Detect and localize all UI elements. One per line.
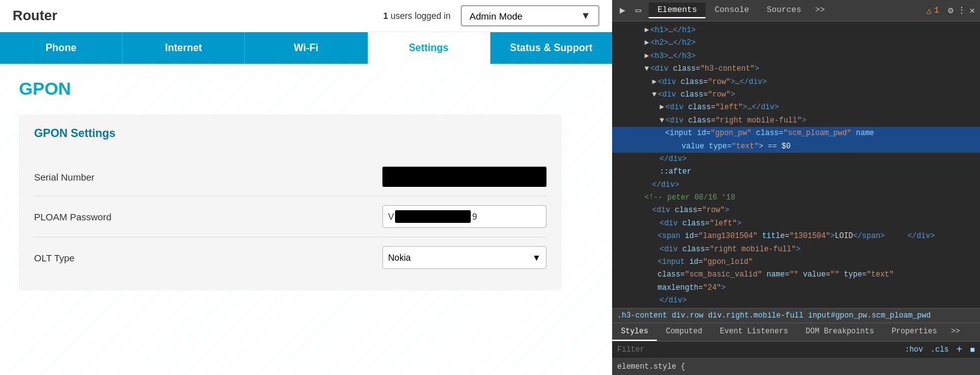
- devtools-tab-sources[interactable]: Sources: [758, 3, 810, 18]
- bottom-tab-properties[interactable]: Properties: [883, 323, 946, 341]
- filter-box-icon[interactable]: ■: [970, 345, 975, 355]
- tree-line[interactable]: ►<h1>…</h1>: [612, 24, 980, 37]
- tab-internet[interactable]: Internet: [122, 32, 245, 64]
- olt-type-row: OLT Type Nokia ▼: [34, 237, 546, 278]
- serial-number-value: [382, 167, 546, 187]
- tree-line[interactable]: maxlength="24">: [612, 282, 980, 294]
- devtools-bottom: .h3-content div.row div.right.mobile-ful…: [612, 308, 980, 375]
- tree-line[interactable]: ►<div class="row">…</div>: [612, 76, 980, 88]
- tree-line[interactable]: ►<h3>…</h3>: [612, 50, 980, 62]
- olt-type-dropdown[interactable]: Nokia ▼: [382, 246, 546, 269]
- admin-mode-dropdown[interactable]: Admin Mode ▼: [461, 5, 599, 27]
- devtools-tab-console[interactable]: Console: [705, 3, 758, 18]
- filter-plus[interactable]: +: [957, 344, 963, 355]
- router-header: Router 1 users logged in Admin Mode ▼: [0, 0, 612, 32]
- bottom-tab-styles[interactable]: Styles: [612, 323, 657, 341]
- tree-line[interactable]: ►<div class="left">…</div>: [612, 101, 980, 114]
- devtools-bottom-tabs: Styles Computed Event Listeners DOM Brea…: [612, 323, 980, 342]
- tree-line[interactable]: ▼<div class="right mobile-full">: [612, 114, 980, 127]
- ploam-password-label: PLOAM Password: [34, 211, 112, 222]
- tree-line[interactable]: ▼<div class="row">: [612, 88, 980, 101]
- admin-mode-label: Admin Mode: [469, 11, 522, 21]
- filter-actions: :hov .cls + ■: [905, 344, 975, 355]
- settings-card: GPON Settings Serial Number PLOAM Passwo…: [19, 114, 562, 290]
- tree-line-selected-2[interactable]: value type="text"> == $0: [612, 140, 980, 153]
- olt-type-label: OLT Type: [34, 253, 74, 263]
- serial-number-redacted: [382, 167, 546, 187]
- bottom-tab-computed[interactable]: Computed: [657, 323, 711, 341]
- tree-line[interactable]: <span id="lang1301504" title="1301504">L…: [612, 230, 980, 242]
- bottom-tab-event-listeners[interactable]: Event Listeners: [711, 323, 797, 341]
- content-area: GPON GPON Settings Serial Number PLOAM P…: [0, 64, 612, 375]
- chevron-down-icon: ▼: [581, 10, 591, 21]
- devtools-tree[interactable]: ►<h1>…</h1> ►<h2>…</h2> ►<h3>…</h3> ▼<di…: [612, 21, 980, 308]
- devtools-inspect-icon[interactable]: ▶: [617, 3, 628, 18]
- tree-line[interactable]: class="scm_basic_valid" name="" value=""…: [612, 268, 980, 281]
- devtools-breadcrumb[interactable]: .h3-content div.row div.right.mobile-ful…: [612, 309, 980, 323]
- bottom-tab-dom-breakpoints[interactable]: DOM Breakpoints: [797, 323, 883, 341]
- page-heading: GPON: [19, 79, 593, 99]
- devtools-actions: ⚙ ⋮ ✕: [948, 5, 975, 16]
- users-logged-text: 1 users logged in: [383, 11, 451, 21]
- ploam-password-row: PLOAM Password V 9: [34, 196, 546, 237]
- gear-icon[interactable]: ⚙: [948, 5, 953, 16]
- router-panel: Router 1 users logged in Admin Mode ▼ Ph…: [0, 0, 612, 375]
- chevron-down-icon: ▼: [532, 253, 541, 263]
- devtools-tab-more[interactable]: >>: [810, 3, 830, 18]
- filter-input[interactable]: [617, 345, 900, 354]
- tree-line[interactable]: ►<h2>…</h2>: [612, 37, 980, 49]
- ploam-prefix: V: [388, 211, 394, 222]
- devtools-warnings: △ 1: [926, 6, 939, 16]
- tree-line[interactable]: <div class="right mobile-full">: [612, 243, 980, 256]
- warnings-count: 1: [934, 6, 939, 15]
- filter-hov[interactable]: :hov: [905, 345, 923, 354]
- tree-line[interactable]: ▼<div class="h3-content">: [612, 62, 980, 75]
- tree-line-selected[interactable]: <input id="gpon_pw" class="scm_ploam_pwd…: [612, 127, 980, 140]
- styles-rule: element.style {: [617, 362, 685, 371]
- tab-wifi[interactable]: Wi-Fi: [245, 32, 367, 64]
- close-icon[interactable]: ✕: [970, 5, 975, 16]
- ploam-suffix: 9: [472, 211, 477, 222]
- devtools-toolbar: ▶ ▭ Elements Console Sources >> △ 1 ⚙ ⋮ …: [612, 0, 980, 21]
- devtools-panel: ▶ ▭ Elements Console Sources >> △ 1 ⚙ ⋮ …: [612, 0, 980, 375]
- more-icon[interactable]: ⋮: [957, 5, 966, 16]
- tree-line-comment[interactable]: <!-- peter 08/16 '18: [612, 191, 980, 204]
- tab-phone[interactable]: Phone: [0, 32, 122, 64]
- devtools-tabs: Elements Console Sources >>: [649, 3, 830, 18]
- settings-card-title: GPON Settings: [34, 127, 546, 146]
- tree-line[interactable]: ::after: [612, 165, 980, 178]
- tree-line[interactable]: <div class="left">: [612, 217, 980, 230]
- devtools-tab-elements[interactable]: Elements: [649, 3, 705, 18]
- tree-line[interactable]: </div>: [612, 294, 980, 307]
- ploam-password-value: V 9: [382, 205, 546, 228]
- devtools-device-icon[interactable]: ▭: [633, 3, 644, 18]
- olt-type-selected: Nokia: [388, 253, 411, 263]
- serial-number-row: Serial Number: [34, 158, 546, 196]
- tree-line[interactable]: <div class="row">: [612, 204, 980, 217]
- devtools-filter-bar: :hov .cls + ■: [612, 342, 980, 359]
- tab-settings[interactable]: Settings: [368, 32, 490, 64]
- tree-line[interactable]: <input id="gpon_loid": [612, 256, 980, 268]
- devtools-styles-area: element.style {: [612, 359, 980, 375]
- header-right: 1 users logged in Admin Mode ▼: [383, 5, 599, 27]
- filter-cls[interactable]: .cls: [931, 345, 949, 354]
- tree-line[interactable]: </div>: [612, 153, 980, 165]
- users-count: 1: [383, 11, 388, 21]
- nav-tabs: Phone Internet Wi-Fi Settings Status & S…: [0, 32, 612, 64]
- router-title: Router: [13, 8, 57, 24]
- olt-type-value: Nokia ▼: [382, 246, 546, 269]
- tree-line[interactable]: </div>: [612, 179, 980, 191]
- serial-number-label: Serial Number: [34, 172, 95, 182]
- bottom-tab-more[interactable]: >>: [946, 323, 965, 341]
- warning-icon: △: [926, 6, 931, 16]
- tab-status-support[interactable]: Status & Support: [490, 32, 612, 64]
